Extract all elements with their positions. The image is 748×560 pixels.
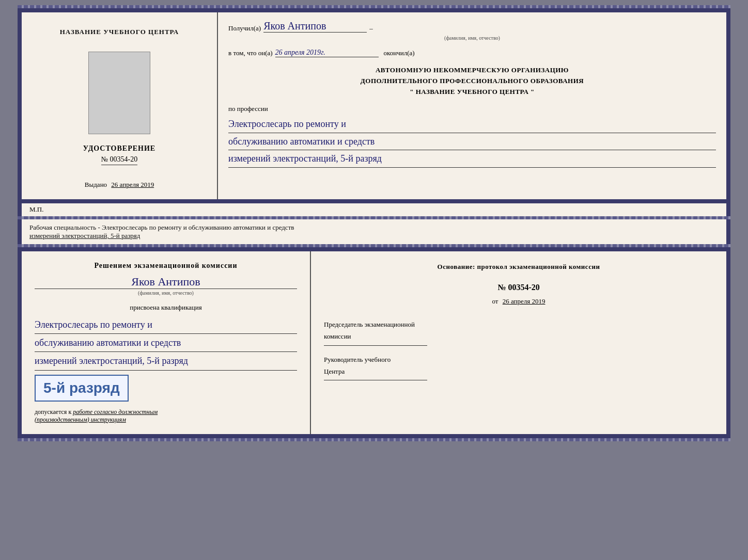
middle-text-section: Рабочая специальность - Электрослесарь п… bbox=[18, 219, 730, 244]
vtom-label: в том, что он(а) bbox=[228, 49, 273, 57]
vtom-line: в том, что он(а) 26 апреля 2019г. окончи… bbox=[228, 49, 716, 57]
bottom-right-panel: Основание: протокол экзаменационной коми… bbox=[311, 251, 726, 434]
middle-line1: Рабочая специальность - Электрослесарь п… bbox=[29, 223, 719, 232]
razryad-box: 5-й разряд bbox=[35, 375, 129, 402]
resheniem-title: Решением экзаменационной комиссии bbox=[35, 262, 297, 270]
bottom-fio: Яков Антипов bbox=[35, 275, 297, 289]
top-document: НАЗВАНИЕ УЧЕБНОГО ЦЕНТРА УДОСТОВЕРЕНИЕ №… bbox=[18, 8, 730, 203]
rukovoditel-label: Руководитель учебного bbox=[324, 354, 713, 365]
vtom-date: 26 апреля 2019г. bbox=[275, 49, 379, 57]
prisvoena-label: присвоена квалификация bbox=[35, 303, 297, 312]
prof-line2: обслуживанию автоматики и средств bbox=[228, 133, 716, 150]
vydano-line: Выдано 26 апреля 2019 bbox=[85, 181, 154, 189]
ot-label: от bbox=[492, 297, 498, 305]
fio-label-top: (фамилия, имя, отчество) bbox=[228, 35, 716, 41]
org-line2: ДОПОЛНИТЕЛЬНОГО ПРОФЕССИОНАЛЬНОГО ОБРАЗО… bbox=[228, 76, 716, 87]
instr-text: (производственным) инструкциям bbox=[35, 416, 126, 423]
poluchil-label: Получил(а) bbox=[228, 24, 261, 33]
certificate-placeholder bbox=[88, 52, 150, 134]
ot-line: от 26 апреля 2019 bbox=[324, 297, 713, 306]
recipient-line: Получил(а) Яков Антипов – bbox=[228, 20, 716, 33]
top-right-panel: Получил(а) Яков Антипов – (фамилия, имя,… bbox=[218, 12, 726, 199]
qual-line2: обслуживанию автоматики и средств bbox=[35, 334, 297, 352]
dopuskaetsya-line: допускается к работе согласно должностны… bbox=[35, 408, 297, 416]
work-text: работе согласно должностным bbox=[73, 408, 158, 415]
org-block: АВТОНОМНУЮ НЕКОММЕРЧЕСКУЮ ОРГАНИЗАЦИЮ ДО… bbox=[228, 65, 716, 97]
dopuskaetsya-label: допускается к bbox=[35, 408, 71, 415]
org-line1: АВТОНОМНУЮ НЕКОММЕРЧЕСКУЮ ОРГАНИЗАЦИЮ bbox=[228, 65, 716, 76]
org-line3: " НАЗВАНИЕ УЧЕБНОГО ЦЕНТРА " bbox=[228, 87, 716, 98]
dash: – bbox=[369, 24, 373, 33]
osnovanie-title: Основание: протокол экзаменационной коми… bbox=[324, 262, 713, 273]
prof-line1: Электрослесарь по ремонту и bbox=[228, 116, 716, 133]
predsedatel-label: Председатель экзаменационной bbox=[324, 318, 713, 330]
ot-date: 26 апреля 2019 bbox=[503, 297, 546, 305]
vydano-date: 26 апреля 2019 bbox=[111, 181, 154, 188]
po-professii-label: по профессии bbox=[228, 105, 716, 113]
fio-label-bottom: (фамилия, имя, отчество) bbox=[35, 290, 297, 296]
bottom-left-panel: Решением экзаменационной комиссии Яков А… bbox=[22, 251, 311, 434]
protocol-number: № 00354-20 bbox=[324, 283, 713, 292]
predsedatel-signature-line bbox=[324, 345, 427, 346]
predsedatel-block: Председатель экзаменационной комиссии bbox=[324, 318, 713, 346]
udostoverenie-number: № 00354-20 bbox=[101, 155, 138, 165]
rukovoditel-signature-line bbox=[324, 380, 427, 380]
mp-label: М.П. bbox=[29, 205, 43, 213]
udostoverenie-title: УДОСТОВЕРЕНИЕ bbox=[83, 145, 155, 153]
vydano-label: Выдано bbox=[85, 181, 107, 188]
razryad-text: 5-й разряд bbox=[43, 380, 120, 396]
bottom-document: Решением экзаменационной комиссии Яков А… bbox=[18, 247, 730, 438]
tsentra-label: Центра bbox=[324, 365, 713, 377]
middle-line2: измерений электростанций, 5-й разряд bbox=[29, 232, 719, 240]
prof-line3: измерений электростанций, 5-й разряд bbox=[228, 150, 716, 167]
okonchil-label: окончил(а) bbox=[384, 49, 415, 57]
qual-line3: измерений электростанций, 5-й разряд bbox=[35, 352, 297, 370]
top-left-panel: НАЗВАНИЕ УЧЕБНОГО ЦЕНТРА УДОСТОВЕРЕНИЕ №… bbox=[22, 12, 218, 199]
rukovoditel-block: Руководитель учебного Центра bbox=[324, 354, 713, 381]
training-center-top-label: НАЗВАНИЕ УЧЕБНОГО ЦЕНТРА bbox=[60, 28, 179, 36]
recipient-name: Яков Антипов bbox=[263, 20, 367, 33]
qual-line1: Электрослесарь по ремонту и bbox=[35, 316, 297, 334]
komissii-label: комиссии bbox=[324, 330, 713, 342]
